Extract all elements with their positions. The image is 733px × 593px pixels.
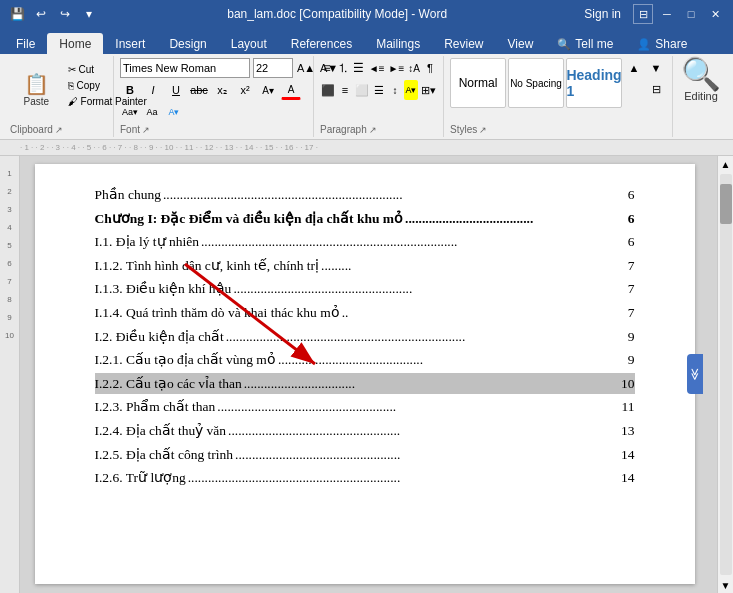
toc-page-6: 9 [628,326,635,348]
scroll-thumb[interactable] [720,184,732,224]
horizontal-ruler: · 1 · · 2 · · 3 · · 4 · · 5 · · 6 · · 7 … [0,140,733,156]
document-area: 1 2 3 4 5 6 7 8 9 10 Phần chung.........… [0,156,733,593]
change-case-button[interactable]: Aa [142,102,162,122]
tab-mailings[interactable]: Mailings [364,33,432,54]
title-bar: 💾 ↩ ↪ ▾ ban_lam.doc [Compatibility Mode]… [0,0,733,28]
font-size-input[interactable] [253,58,293,78]
toc-dots-1: ...................................... [405,208,626,230]
styles-expand-icon[interactable]: ↗ [479,125,487,135]
text-effects-button[interactable]: A▾ [164,102,184,122]
toc-entry-11: I.2.5. Địa chất công trình..............… [95,444,635,466]
undo-quick-access[interactable]: ↩ [32,5,50,23]
ribbon-group-styles: Normal No Spacing Heading 1 ▲ ▼ ⊟ Styles… [444,56,673,137]
toc-dots-2: ........................................… [201,231,626,253]
vertical-scrollbar[interactable]: ▲ ▼ [717,156,733,593]
align-center-button[interactable]: ≡ [338,80,352,100]
tab-references[interactable]: References [279,33,364,54]
save-quick-access[interactable]: 💾 [8,5,26,23]
sign-in-button[interactable]: Sign in [576,5,629,23]
tab-view[interactable]: View [496,33,546,54]
font-name-input[interactable] [120,58,250,78]
increase-font-button[interactable]: A▲ [296,58,316,78]
clear-format-button[interactable]: Aa▾ [120,102,140,122]
scroll-down-button[interactable]: ▼ [718,577,734,593]
toc-entry-9: I.2.3. Phẩm chất than...................… [95,396,635,418]
tab-review[interactable]: Review [432,33,495,54]
editing-button[interactable]: 🔍 Editing [681,58,721,102]
toc-entry-2: I.1. Địa lý tự nhiên....................… [95,231,635,253]
borders-button[interactable]: ⊞▾ [420,80,437,100]
toc-dots-0: ........................................… [163,184,626,206]
toc-text-12: I.2.6. Trữ lượng [95,467,186,489]
close-button[interactable]: ✕ [705,4,725,24]
styles-expand[interactable]: ⊟ [646,79,666,99]
font-expand-icon[interactable]: ↗ [142,125,150,135]
ribbon-display-button[interactable]: ⊟ [633,4,653,24]
italic-button[interactable]: I [143,80,163,100]
underline-button[interactable]: U [166,80,186,100]
toc-dots-11: ........................................… [235,444,619,466]
styles-scroll-down[interactable]: ▼ [646,58,666,78]
toc-text-5: I.1.4. Quá trình thăm dò và khai thác kh… [95,302,340,324]
toc-dots-5: .. [342,302,626,324]
toc-page-8: 10 [621,373,635,395]
justify-button[interactable]: ☰ [372,80,386,100]
toc-page-11: 14 [621,444,635,466]
line-spacing-button[interactable]: ↕ [388,80,402,100]
toc-dots-7: ........................................… [278,349,626,371]
show-hide-button[interactable]: ¶ [423,58,437,78]
tab-design[interactable]: Design [157,33,218,54]
multilevel-list-button[interactable]: ☰ [352,58,366,78]
shading-button[interactable]: A▾ [404,80,418,100]
style-no-spacing[interactable]: No Spacing [508,58,564,108]
toc-text-2: I.1. Địa lý tự nhiên [95,231,199,253]
tab-share[interactable]: 👤 Share [625,33,699,54]
toc-entry-6: I.2. Điều kiện địa chất.................… [95,326,635,348]
side-navigation-button[interactable]: ≫ [687,354,703,394]
toc-text-6: I.2. Điều kiện địa chất [95,326,224,348]
minimize-button[interactable]: ─ [657,4,677,24]
document-scroll-area[interactable]: Phần chung..............................… [20,156,717,593]
scroll-track[interactable] [720,174,732,575]
superscript-button[interactable]: x² [235,80,255,100]
strikethrough-button[interactable]: abc [189,80,209,100]
tab-tell-me[interactable]: 🔍 Tell me [545,33,625,54]
style-normal[interactable]: Normal [450,58,506,108]
editing-icon: 🔍 [681,58,721,90]
clipboard-expand-icon[interactable]: ↗ [55,125,63,135]
scroll-up-button[interactable]: ▲ [718,156,734,172]
styles-scroll-up[interactable]: ▲ [624,58,644,78]
align-right-button[interactable]: ⬜ [354,80,370,100]
maximize-button[interactable]: □ [681,4,701,24]
customize-quick-access[interactable]: ▾ [80,5,98,23]
toc-page-0: 6 [628,184,635,206]
style-heading1[interactable]: Heading 1 [566,58,622,108]
toc-dots-4: ........................................… [233,278,625,300]
tab-home[interactable]: Home [47,33,103,54]
font-color-button[interactable]: A [281,80,301,100]
toc-dots-12: ........................................… [188,467,619,489]
align-left-button[interactable]: ⬛ [320,80,336,100]
tab-file[interactable]: File [4,33,47,54]
ribbon: 📋 Paste Clipboard ↗ ✂ Cut ⎘ Copy 🖌 Forma… [0,54,733,140]
vertical-ruler: 1 2 3 4 5 6 7 8 9 10 [0,156,20,593]
paste-button[interactable]: 📋 Paste [19,71,55,110]
redo-quick-access[interactable]: ↪ [56,5,74,23]
numbered-list-button[interactable]: ⒈ [336,58,350,78]
toc-page-3: 7 [628,255,635,277]
toc-page-9: 11 [622,396,635,418]
clipboard-label: Clipboard ↗ [10,122,63,135]
toc-text-8: I.2.2. Cấu tạo các vỉa than [95,373,242,395]
bold-button[interactable]: B [120,80,140,100]
increase-indent-button[interactable]: ►≡ [387,58,405,78]
tab-insert[interactable]: Insert [103,33,157,54]
paragraph-expand-icon[interactable]: ↗ [369,125,377,135]
sort-button[interactable]: ↕A [407,58,421,78]
bullet-list-button[interactable]: ≡ [320,58,334,78]
text-highlight-button[interactable]: A▾ [258,80,278,100]
subscript-button[interactable]: x₂ [212,80,232,100]
toc-dots-8: ................................. [244,373,619,395]
decrease-indent-button[interactable]: ◄≡ [368,58,386,78]
tab-layout[interactable]: Layout [219,33,279,54]
toc-entry-10: I.2.4. Địa chất thuỷ văn................… [95,420,635,442]
